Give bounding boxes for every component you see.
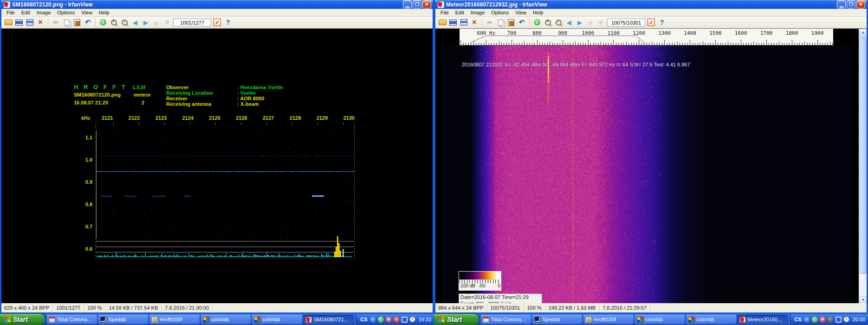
- task-icon: [688, 317, 694, 323]
- frequency-ruler: 600 Hz7008009001000110012001300140015001…: [460, 29, 833, 46]
- tray-dark-icon[interactable]: [828, 317, 834, 323]
- menu-item[interactable]: Edit: [18, 9, 33, 16]
- task-icon: [637, 317, 643, 323]
- down-arrow-icon[interactable]: ▼: [162, 18, 172, 27]
- page-index-input[interactable]: [173, 19, 211, 26]
- task-button[interactable]: Meteor20160...: [738, 315, 788, 324]
- zoom-in-icon[interactable]: +: [543, 18, 552, 27]
- tray-error-icon[interactable]: ×: [820, 317, 826, 323]
- tray-error-icon[interactable]: ×: [386, 317, 392, 323]
- tray-green-icon[interactable]: [378, 317, 384, 323]
- menu-item[interactable]: View: [78, 9, 96, 16]
- cut-icon[interactable]: ✂: [485, 18, 494, 27]
- menu-item[interactable]: View: [512, 9, 530, 16]
- close-button[interactable]: ✕: [422, 0, 431, 8]
- zoom-in-icon[interactable]: +: [109, 18, 118, 27]
- taskbar-clock[interactable]: 20:00: [851, 317, 865, 322]
- task-button[interactable]: colorlab: [635, 315, 685, 324]
- page-index-input[interactable]: [607, 19, 645, 26]
- clock-icon[interactable]: [843, 317, 849, 323]
- maximize-button[interactable]: ❐: [413, 0, 421, 8]
- help-icon[interactable]: ?: [657, 18, 667, 27]
- copy-icon[interactable]: [62, 18, 71, 27]
- minimize-button[interactable]: ▁: [837, 0, 846, 8]
- colorbar-label-min: -100 dB: [459, 283, 475, 288]
- spectrogram-filename: SM1608072120.png: [74, 92, 121, 98]
- hide-icons-icon[interactable]: ‹: [370, 317, 376, 323]
- help-icon[interactable]: ?: [223, 18, 233, 27]
- delete-icon[interactable]: ×: [36, 18, 45, 27]
- menu-item[interactable]: Edit: [452, 9, 467, 16]
- clock-icon[interactable]: [409, 317, 415, 323]
- taskbar-clock[interactable]: 19:33: [417, 317, 431, 322]
- up-arrow-icon[interactable]: ▲: [152, 18, 161, 27]
- menu-item[interactable]: File: [3, 9, 18, 16]
- start-button[interactable]: Start: [0, 314, 45, 325]
- task-button[interactable]: Hrofft100f: [149, 315, 200, 324]
- status-segment: 7.8.2016 / 21:29:57: [600, 304, 651, 312]
- checkbox-icon[interactable]: [647, 18, 656, 27]
- thumbnails-icon[interactable]: [14, 18, 24, 27]
- y-tick-label: 0.9: [85, 179, 92, 185]
- menu-item[interactable]: Help: [530, 9, 547, 16]
- maximize-button[interactable]: ❐: [847, 0, 855, 8]
- previous-file-icon[interactable]: ◄: [564, 18, 574, 27]
- open-icon[interactable]: [4, 18, 13, 27]
- zoom-out-icon[interactable]: −: [554, 18, 563, 27]
- copy-icon[interactable]: [496, 18, 505, 27]
- task-button[interactable]: Total Comma...: [481, 315, 531, 324]
- delete-icon[interactable]: ×: [470, 18, 479, 27]
- previous-file-icon[interactable]: ◄: [130, 18, 140, 27]
- menu-item[interactable]: Image: [33, 9, 54, 16]
- cut-icon[interactable]: ✂: [51, 18, 60, 27]
- menu-item[interactable]: Image: [467, 9, 488, 16]
- scrollbar-thumb[interactable]: [860, 37, 867, 274]
- display-icon[interactable]: [402, 317, 408, 323]
- close-button[interactable]: ✕: [856, 0, 865, 8]
- undo-icon[interactable]: ↶: [83, 18, 92, 27]
- task-icon: [203, 317, 209, 323]
- paste-icon[interactable]: [506, 18, 516, 27]
- vertical-scrollbar[interactable]: ▲ ▼: [859, 29, 867, 303]
- task-button[interactable]: Spedab: [98, 315, 149, 324]
- task-button[interactable]: colorlab: [686, 315, 736, 324]
- tray-warning-icon[interactable]: !: [394, 317, 400, 323]
- task-button[interactable]: colorlab: [201, 315, 251, 324]
- save-icon[interactable]: [25, 18, 34, 27]
- task-button[interactable]: SM16080721...: [304, 315, 354, 324]
- checkbox-icon[interactable]: [213, 18, 222, 27]
- down-arrow-icon[interactable]: ▼: [596, 18, 606, 27]
- menu-item[interactable]: Help: [96, 9, 113, 16]
- image-canvas-left[interactable]: H R O F F T 1.0.0f SM1608072120.png mete…: [1, 28, 433, 303]
- image-canvas-right[interactable]: 600 Hz7008009001000110012001300140015001…: [435, 28, 867, 303]
- hide-icons-icon[interactable]: ‹: [804, 317, 810, 323]
- menu-item[interactable]: Options: [54, 9, 78, 16]
- save-icon[interactable]: [459, 18, 468, 27]
- menu-item[interactable]: File: [437, 9, 452, 16]
- task-button[interactable]: Hrofft100f: [583, 315, 634, 324]
- open-icon[interactable]: [438, 18, 447, 27]
- task-button[interactable]: colorlab: [252, 315, 302, 324]
- scroll-down-button[interactable]: ▼: [860, 296, 867, 303]
- thumbnails-icon[interactable]: [448, 18, 458, 27]
- info-icon[interactable]: [532, 18, 542, 27]
- titlebar[interactable]: Meteor20160807212932.jpg - IrfanView ▁ ❐…: [435, 0, 867, 9]
- start-button[interactable]: Start: [434, 314, 479, 325]
- language-indicator[interactable]: CS: [794, 317, 802, 322]
- task-button[interactable]: Total Comma...: [47, 315, 97, 324]
- next-file-icon[interactable]: ►: [575, 18, 584, 27]
- minimize-button[interactable]: ▁: [403, 0, 412, 8]
- scroll-up-button[interactable]: ▲: [860, 29, 867, 36]
- next-file-icon[interactable]: ►: [141, 18, 150, 27]
- language-indicator[interactable]: CS: [360, 317, 368, 322]
- task-button[interactable]: Spedab: [532, 315, 583, 324]
- undo-icon[interactable]: ↶: [517, 18, 526, 27]
- info-icon[interactable]: [98, 18, 108, 27]
- menu-item[interactable]: Options: [488, 9, 512, 16]
- tray-green-icon[interactable]: [812, 317, 818, 323]
- up-arrow-icon[interactable]: ▲: [586, 18, 595, 27]
- display-icon[interactable]: [836, 317, 842, 323]
- paste-icon[interactable]: [72, 18, 82, 27]
- zoom-out-icon[interactable]: −: [120, 18, 129, 27]
- titlebar[interactable]: SM1608072120.png - IrfanView ▁ ❐ ✕: [1, 0, 433, 9]
